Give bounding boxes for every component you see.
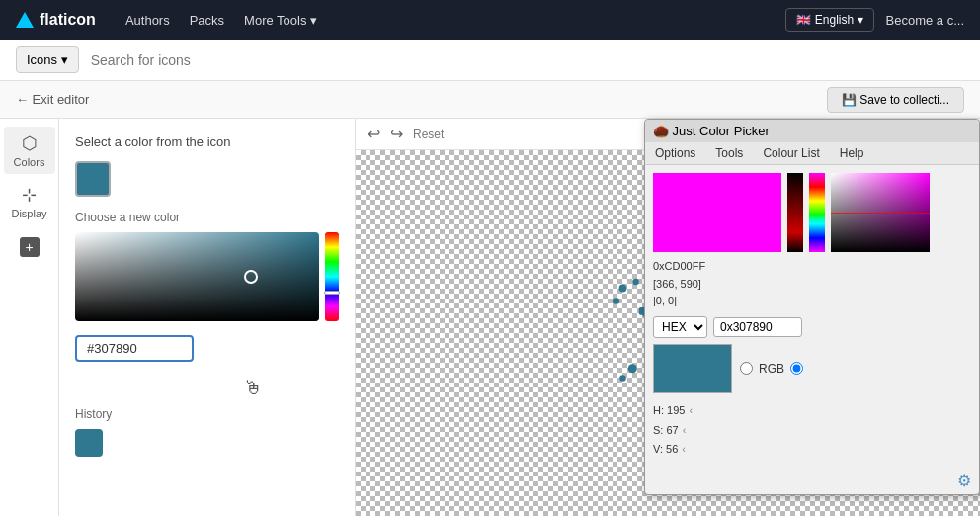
jcp-menu-help[interactable]: Help <box>830 142 874 164</box>
jcp-large-color-display <box>653 173 781 252</box>
sidebar-item-display[interactable]: ⊹ Display <box>4 178 55 225</box>
cursor-icon: 🖰 <box>243 377 263 399</box>
add-button[interactable]: + <box>20 237 40 257</box>
jcp-footer: ⚙ <box>645 468 979 494</box>
jcp-rgb-radio[interactable] <box>740 362 753 375</box>
jcp-s-arrow: ‹ <box>683 421 687 441</box>
jcp-gear-icon[interactable]: ⚙ <box>957 472 971 490</box>
exit-editor-button[interactable]: ← Exit editor <box>16 92 89 107</box>
svg-point-0 <box>619 285 627 293</box>
jcp-titlebar: 🌰 Just Color Picker <box>645 120 979 142</box>
jcp-dark-spectrum <box>787 173 803 252</box>
just-color-picker: 🌰 Just Color Picker Options Tools Colour… <box>644 119 980 495</box>
jcp-format-select[interactable]: HEX <box>653 316 707 338</box>
jcp-main-row <box>653 173 971 252</box>
svg-point-8 <box>628 364 637 373</box>
jcp-hue-bar[interactable] <box>809 173 825 252</box>
logo-triangle-icon <box>16 12 34 28</box>
sidebar-colors-label: Colors <box>14 156 45 168</box>
jcp-hsv-radio[interactable] <box>790 362 803 375</box>
searchbar: Icons ▾ <box>0 40 980 81</box>
jcp-radio-row: RGB <box>740 362 803 376</box>
jcp-coords1: [366, 590] <box>653 276 971 294</box>
jcp-h-arrow: ‹ <box>689 401 693 421</box>
svg-point-2 <box>613 298 620 304</box>
jcp-hex-info: 0xCD00FF <box>653 258 971 276</box>
jcp-menu-tools[interactable]: Tools <box>705 142 753 164</box>
jcp-v-value: V: 56 <box>653 440 678 460</box>
hex-row <box>75 335 339 362</box>
nav-more-tools-label: More Tools <box>244 13 306 28</box>
history-swatch[interactable] <box>75 429 103 457</box>
become-link[interactable]: Become a c... <box>886 13 964 28</box>
jcp-menubar: Options Tools Colour List Help <box>645 142 979 165</box>
editorbar: ← Exit editor 💾 Save to collecti... <box>0 81 980 119</box>
jcp-format-row: HEX <box>653 316 971 338</box>
jcp-coords2: |0, 0| <box>653 293 971 310</box>
sidebar-display-label: Display <box>11 208 46 219</box>
jcp-menu-options[interactable]: Options <box>645 142 705 164</box>
topnav-links: Authors Packs More Tools ▾ <box>125 13 317 28</box>
sidebar-item-colors[interactable]: ⬡ Colors <box>4 127 55 174</box>
nav-more-tools-arrow: ▾ <box>310 13 317 28</box>
choose-color-title: Choose a new color <box>75 211 339 224</box>
jcp-swatch-row: RGB <box>653 344 971 393</box>
color-panel: Select a color from the icon Choose a ne… <box>59 119 356 516</box>
history-title: History <box>75 407 339 421</box>
selected-color-swatch[interactable] <box>75 161 111 197</box>
nav-more-tools[interactable]: More Tools ▾ <box>244 13 317 28</box>
jcp-menu-colour-list[interactable]: Colour List <box>753 142 829 164</box>
hue-slider[interactable] <box>325 232 339 321</box>
nav-packs[interactable]: Packs <box>190 13 224 28</box>
colors-icon: ⬡ <box>22 132 38 154</box>
jcp-v-arrow: ‹ <box>682 440 686 460</box>
gradient-dark <box>75 232 319 321</box>
jcp-title: 🌰 Just Color Picker <box>653 124 770 138</box>
jcp-sat-val-box[interactable] <box>831 173 930 252</box>
reset-button[interactable]: Reset <box>413 128 444 141</box>
search-input[interactable] <box>91 52 964 68</box>
main-content: ⬡ Colors ⊹ Display + Select a color from… <box>0 119 980 516</box>
color-picker-gradient[interactable] <box>75 232 319 321</box>
jcp-s-value: S: 67 <box>653 421 679 441</box>
picker-cursor <box>244 270 258 284</box>
jcp-rgb-label: RGB <box>759 362 784 376</box>
jcp-hsv-section: H: 195 ‹ S: 67 ‹ V: 56 ‹ <box>653 401 971 460</box>
display-icon: ⊹ <box>22 184 37 206</box>
jcp-format-input[interactable] <box>713 317 802 337</box>
redo-icon[interactable]: ↪ <box>390 125 403 143</box>
hex-input-wrap <box>75 335 194 362</box>
logo: flaticon <box>16 11 96 29</box>
logo-text: flaticon <box>40 11 96 29</box>
save-to-collection-button[interactable]: 💾 Save to collecti... <box>827 87 964 113</box>
jcp-body: 0xCD00FF [366, 590] |0, 0| HEX RGB <box>645 165 979 468</box>
language-button[interactable]: 🇬🇧 English ▾ <box>785 8 873 32</box>
sidebar: ⬡ Colors ⊹ Display + <box>0 119 59 516</box>
jcp-current-swatch <box>653 344 732 393</box>
jcp-h-value: H: 195 <box>653 401 685 421</box>
svg-point-1 <box>632 279 639 286</box>
hex-input[interactable] <box>87 341 182 356</box>
topnav-right: 🇬🇧 English ▾ Become a c... <box>785 8 964 32</box>
topnav: flaticon Authors Packs More Tools ▾ 🇬🇧 E… <box>0 0 980 40</box>
icons-dropdown-button[interactable]: Icons ▾ <box>16 46 79 73</box>
nav-authors[interactable]: Authors <box>125 13 170 28</box>
hue-thumb <box>324 291 340 295</box>
undo-icon[interactable]: ↩ <box>368 125 380 143</box>
jcp-info-row: 0xCD00FF [366, 590] |0, 0| <box>653 258 971 310</box>
svg-point-9 <box>619 375 626 382</box>
select-color-title: Select a color from the icon <box>75 134 339 149</box>
